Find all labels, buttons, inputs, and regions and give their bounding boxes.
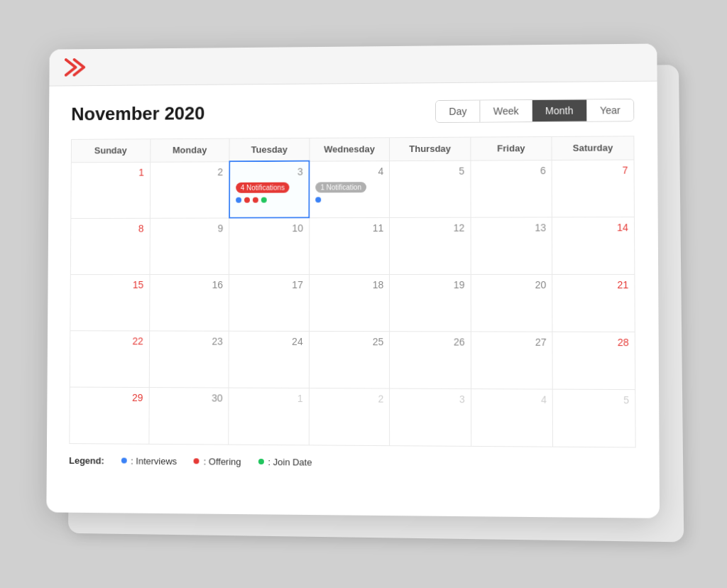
day-number: 1 <box>234 392 302 403</box>
cell-nov17[interactable]: 17 <box>229 274 309 331</box>
col-tuesday: Tuesday <box>229 138 310 161</box>
cell-nov3-highlighted[interactable]: 3 4 Notifications <box>229 161 310 218</box>
table-row: 15 16 17 18 19 <box>70 274 635 332</box>
day-number: 2 <box>156 166 224 178</box>
day-number: 10 <box>235 222 303 234</box>
badge-label: 4 Notifications <box>236 183 290 193</box>
calendar-grid: Sunday Monday Tuesday Wednesday Thursday… <box>69 136 635 447</box>
card-wrapper: November 2020 Day Week Month Year Sunday… <box>44 45 683 543</box>
day-number: 14 <box>558 222 628 233</box>
cell-nov2[interactable]: 2 <box>150 161 229 218</box>
legend-label-offering: : Offering <box>204 456 241 467</box>
day-number: 9 <box>155 222 223 234</box>
cell-nov24[interactable]: 24 <box>229 331 309 388</box>
day-number: 19 <box>395 278 464 290</box>
day-number: 4 <box>315 165 383 177</box>
day-number: 5 <box>395 165 464 176</box>
calendar-header: November 2020 Day Week Month Year <box>71 99 634 125</box>
day-number: 26 <box>395 336 464 347</box>
col-saturday: Saturday <box>552 136 634 160</box>
cell-nov11[interactable]: 11 <box>309 217 389 274</box>
cell-nov27[interactable]: 27 <box>471 331 552 388</box>
cell-nov22[interactable]: 22 <box>70 330 149 387</box>
day-number: 30 <box>155 392 223 403</box>
cell-dec3[interactable]: 3 <box>390 388 471 446</box>
day-number: 20 <box>477 278 547 290</box>
cell-dec5[interactable]: 5 <box>553 389 636 447</box>
day-number: 3 <box>236 166 303 178</box>
cell-nov10[interactable]: 10 <box>229 217 310 274</box>
cell-nov29[interactable]: 29 <box>70 387 149 444</box>
day-number: 22 <box>76 335 143 347</box>
col-friday: Friday <box>471 136 552 160</box>
view-week-button[interactable]: Week <box>481 100 532 121</box>
cell-nov12[interactable]: 12 <box>390 217 471 274</box>
col-monday: Monday <box>150 138 229 162</box>
cell-nov5[interactable]: 5 <box>390 160 471 217</box>
day-number: 16 <box>155 279 223 290</box>
cell-nov18[interactable]: 18 <box>309 274 390 331</box>
legend-joindate: : Join Date <box>258 456 312 467</box>
day-number: 8 <box>77 222 144 234</box>
view-toggle: Day Week Month Year <box>435 99 634 123</box>
badge-label-gray: 1 Notification <box>315 182 366 192</box>
day-number: 7 <box>558 164 628 176</box>
content-area: November 2020 Day Week Month Year Sunday… <box>47 82 660 488</box>
dot-red2 <box>253 197 258 203</box>
cell-nov1[interactable]: 1 <box>71 162 151 218</box>
day-number: 2 <box>315 393 384 405</box>
day-number: 21 <box>559 278 629 290</box>
view-year-button[interactable]: Year <box>587 99 634 121</box>
legend-dot-offering <box>194 458 199 464</box>
day-number: 15 <box>76 279 143 290</box>
top-bar <box>49 43 657 86</box>
cell-nov16[interactable]: 16 <box>149 274 229 331</box>
legend-label-joindate: : Join Date <box>268 457 312 468</box>
legend: Legend: : Interviews : Offering : Join D… <box>69 454 636 469</box>
col-wednesday: Wednesday <box>310 138 390 161</box>
dot-red1 <box>244 197 250 203</box>
cell-nov26[interactable]: 26 <box>390 331 471 388</box>
cell-nov6[interactable]: 6 <box>471 160 552 217</box>
day-number: 23 <box>155 335 222 347</box>
cell-nov21[interactable]: 21 <box>552 274 635 332</box>
cell-nov7[interactable]: 7 <box>552 159 634 217</box>
cell-dec4[interactable]: 4 <box>471 388 553 447</box>
cell-nov19[interactable]: 19 <box>390 274 471 331</box>
calendar-title: November 2020 <box>71 102 204 125</box>
cell-nov20[interactable]: 20 <box>471 274 552 332</box>
legend-label-interviews: : Interviews <box>131 455 177 466</box>
dots-row <box>315 197 383 202</box>
cell-nov15[interactable]: 15 <box>70 274 150 330</box>
cell-nov25[interactable]: 25 <box>309 331 390 388</box>
legend-dot-interviews <box>121 458 126 464</box>
cell-nov8[interactable]: 8 <box>70 218 150 274</box>
view-month-button[interactable]: Month <box>532 100 587 122</box>
cell-nov13[interactable]: 13 <box>471 217 552 274</box>
day-number: 17 <box>235 279 303 290</box>
day-number: 29 <box>76 391 143 403</box>
col-sunday: Sunday <box>71 139 150 163</box>
day-number: 18 <box>315 278 384 290</box>
cell-nov28[interactable]: 28 <box>552 332 635 389</box>
cell-nov30[interactable]: 30 <box>148 387 229 445</box>
cell-nov14[interactable]: 14 <box>552 217 635 274</box>
day-number: 27 <box>477 336 547 347</box>
cell-nov4[interactable]: 4 1 Notification <box>309 160 389 217</box>
legend-title: Legend: <box>69 454 104 465</box>
day-number: 3 <box>395 393 464 405</box>
day-number: 24 <box>235 335 303 347</box>
cell-nov9[interactable]: 9 <box>150 218 229 275</box>
cell-dec2[interactable]: 2 <box>309 388 390 445</box>
legend-offering: : Offering <box>194 456 241 467</box>
notification-badge: 4 Notifications <box>236 180 303 196</box>
legend-dot-joindate <box>258 459 263 464</box>
view-day-button[interactable]: Day <box>436 101 480 122</box>
dot-green <box>261 197 266 203</box>
day-number: 13 <box>476 222 546 233</box>
cell-nov23[interactable]: 23 <box>149 330 229 387</box>
logo <box>63 58 88 77</box>
cell-dec1[interactable]: 1 <box>229 388 309 445</box>
day-number: 6 <box>476 165 546 176</box>
day-number: 12 <box>395 222 464 233</box>
